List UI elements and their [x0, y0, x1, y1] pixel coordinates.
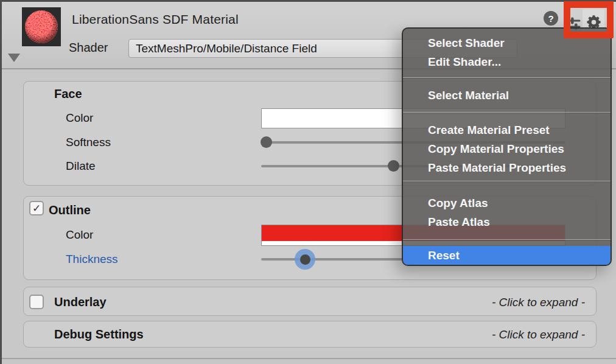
shader-dropdown-value: TextMeshPro/Mobile/Distance Field: [136, 42, 317, 55]
face-softness-slider-thumb[interactable]: [261, 136, 272, 148]
material-inspector-window: LiberationSans SDF Material Shader TextM…: [0, 0, 616, 364]
underlay-section[interactable]: Underlay - Click to expand -: [23, 287, 597, 316]
face-softness-label: Softness: [66, 135, 111, 150]
checkmark-icon: ✓: [32, 202, 41, 214]
shader-label: Shader: [69, 41, 108, 55]
debug-section-title[interactable]: Debug Settings: [54, 327, 144, 341]
debug-settings-section[interactable]: Debug Settings - Click to expand -: [23, 321, 597, 348]
menu-separator: [403, 77, 611, 78]
outline-checkbox[interactable]: ✓: [29, 201, 44, 215]
menu-item-paste-material-properties[interactable]: Paste Material Properties: [403, 158, 611, 177]
menu-item-copy-material-properties[interactable]: Copy Material Properties: [403, 139, 611, 158]
underlay-expand-hint[interactable]: - Click to expand -: [492, 295, 585, 310]
material-title: LiberationSans SDF Material: [72, 12, 239, 27]
menu-item-edit-shader[interactable]: Edit Shader...: [403, 52, 611, 71]
menu-item-select-material[interactable]: Select Material: [403, 86, 611, 105]
outline-color-label: Color: [66, 227, 93, 243]
face-dilate-slider-thumb[interactable]: [388, 160, 399, 172]
menu-separator: [403, 181, 611, 181]
outline-thickness-label: Thickness: [66, 251, 118, 267]
underlay-checkbox[interactable]: [29, 295, 44, 309]
menu-item-create-material-preset[interactable]: Create Material Preset: [403, 121, 611, 139]
slider-thumb-core: [300, 254, 310, 265]
help-icon[interactable]: ?: [544, 11, 558, 26]
face-dilate-label: Dilate: [66, 158, 96, 174]
outline-thickness-slider-thumb[interactable]: [295, 249, 315, 270]
underlay-section-title[interactable]: Underlay: [54, 295, 107, 309]
menu-item-paste-atlas[interactable]: Paste Atlas: [403, 212, 611, 231]
gear-context-menu: Select Shader Edit Shader... Select Mate…: [402, 27, 612, 266]
bottom-strip: [0, 359, 616, 364]
face-section-title[interactable]: Face: [54, 86, 82, 101]
window-left-edge: [0, 0, 2, 364]
header-foldout-arrow[interactable]: [8, 54, 20, 62]
outline-section-title[interactable]: Outline: [49, 203, 91, 217]
help-glyph: ?: [548, 13, 553, 24]
window-top-edge: [0, 0, 616, 2]
face-color-label: Color: [66, 110, 93, 126]
menu-item-copy-atlas[interactable]: Copy Atlas: [403, 194, 611, 212]
menu-separator: [403, 239, 611, 240]
annotation-highlight-box: [564, 1, 614, 38]
debug-expand-hint[interactable]: - Click to expand -: [492, 327, 585, 342]
menu-item-reset-label: Reset: [403, 246, 611, 265]
material-preview-thumbnail[interactable]: [22, 7, 61, 46]
menu-item-reset-highlighted[interactable]: Reset: [403, 246, 611, 265]
menu-separator: [403, 112, 611, 113]
